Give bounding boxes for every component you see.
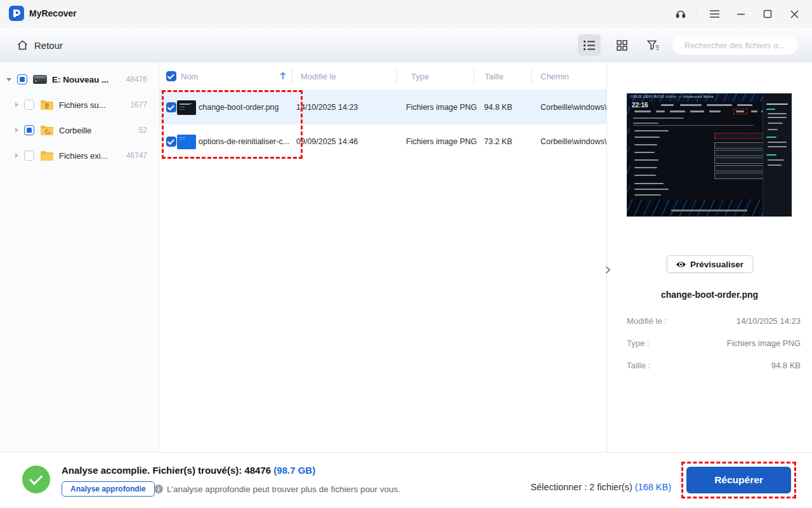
file-name: change-boot-order.png: [199, 90, 278, 124]
preview-image[interactable]: /ISUS UEFI BIOS Utility — Advanced Mode …: [627, 93, 792, 217]
file-type: Fichiers image PNG: [406, 124, 477, 159]
selection-summary: Sélectionner : 2 fichier(s) (168 KB): [530, 482, 671, 492]
sidebar-item-drive-e[interactable]: E: Nouveau ... 48476: [0, 70, 160, 89]
file-modified: 09/09/2025 14:46: [296, 124, 358, 159]
recycle-bin-checkbox[interactable]: [24, 125, 34, 135]
file-size: 94.8 KB: [484, 90, 512, 124]
column-divider: [396, 69, 397, 84]
table-row[interactable]: options-de-reinitialiser-c... 09/09/2025…: [160, 124, 606, 159]
deleted-files-checkbox[interactable]: [24, 100, 34, 110]
preview-button[interactable]: Prévisualiser: [666, 255, 753, 273]
title-bar: MyRecover: [0, 0, 812, 28]
deep-scan-hint: L'analyse approfondie peut trouver plus …: [167, 485, 400, 494]
close-button[interactable]: [783, 3, 806, 25]
support-headset-icon[interactable]: [669, 3, 692, 25]
search-input[interactable]: [684, 41, 796, 50]
column-header-name[interactable]: Nom: [181, 62, 198, 90]
file-size: 73.2 KB: [484, 124, 512, 159]
grid-view-button[interactable]: [610, 34, 633, 56]
app-brand: MyRecover: [9, 6, 77, 21]
info-icon: [154, 485, 163, 493]
file-thumbnail: [177, 135, 196, 149]
sidebar-item-label: E: Nouveau ...: [52, 75, 108, 84]
column-header-type[interactable]: Type: [411, 62, 429, 90]
list-view-button[interactable]: [578, 34, 601, 56]
sidebar-item-existing-files[interactable]: Fichiers exi... 46747: [0, 146, 160, 165]
detail-value: 94.8 KB: [771, 361, 801, 370]
column-divider: [292, 69, 292, 84]
sidebar-item-label: Corbeille: [59, 126, 91, 135]
column-divider: [531, 69, 532, 84]
column-header-size[interactable]: Taille: [485, 62, 504, 90]
list-view-icon: [584, 41, 595, 50]
back-button[interactable]: Retour: [16, 35, 63, 55]
table-row[interactable]: change-boot-order.png 14/10/2025 14:23 F…: [160, 90, 606, 124]
preview-panel: /ISUS UEFI BIOS Utility — Advanced Mode …: [607, 62, 812, 452]
sort-ascending-icon[interactable]: [279, 71, 287, 81]
detail-row-size: Taille : 94.8 KB: [627, 361, 801, 372]
item-count: 1677: [130, 100, 147, 109]
expander-right-icon[interactable]: [15, 102, 18, 107]
existing-files-checkbox[interactable]: [24, 150, 34, 161]
home-icon: [16, 39, 29, 51]
scan-status: Analyse accomplie. Fichier(s) trouvé(s):…: [62, 465, 315, 476]
eye-icon: [676, 260, 686, 269]
folder-recycle-icon: [40, 125, 54, 136]
app-window: MyRecover: [0, 0, 812, 508]
scan-status-text: Analyse accomplie. Fichier(s) trouvé(s):…: [62, 465, 271, 476]
toolbar: Retour: [0, 28, 812, 62]
controls-divider: [697, 10, 698, 18]
select-all-checkbox[interactable]: [166, 71, 176, 81]
detail-label: Taille :: [627, 361, 650, 370]
drive-icon: [33, 75, 47, 84]
file-thumbnail: [177, 100, 196, 115]
content-area: E: Nouveau ... 48476 Fichiers: [0, 62, 812, 452]
minimize-button[interactable]: [730, 3, 752, 25]
detail-value: Fichiers image PNG: [727, 338, 801, 348]
preview-footer-bar: [671, 210, 747, 211]
sidebar-item-recycle-bin[interactable]: Corbeille 52: [0, 121, 160, 140]
expander-right-icon[interactable]: [15, 128, 18, 133]
app-title: MyRecover: [29, 8, 77, 18]
item-count: 48476: [126, 75, 147, 84]
grid-view-icon: [617, 40, 627, 51]
footer-bar: Analyse accomplie. Fichier(s) trouvé(s):…: [0, 452, 812, 508]
menu-hamburger-icon[interactable]: [703, 3, 726, 25]
column-header-path[interactable]: Chemin: [540, 62, 569, 90]
selection-size: (168 KB): [635, 482, 671, 492]
file-path: Corbeille\windows\: [540, 124, 606, 159]
deep-scan-label: Analyse approfondie: [70, 485, 146, 493]
preview-bios-header-text: /ISUS UEFI BIOS Utility — Advanced Mode: [631, 95, 714, 98]
scan-status-size: (98.7 GB): [273, 465, 315, 476]
selection-text: Sélectionner : 2 fichier(s): [530, 482, 632, 492]
folder-icon: [40, 150, 54, 161]
file-path: Corbeille\windows\: [540, 90, 606, 124]
expander-down-icon[interactable]: [6, 78, 11, 81]
file-type: Fichiers image PNG: [406, 90, 477, 124]
column-header-modified[interactable]: Modifié le: [301, 62, 336, 90]
sidebar-item-label: Fichiers su...: [59, 100, 106, 110]
filter-button[interactable]: [642, 34, 665, 56]
recover-button[interactable]: Récupérer: [686, 467, 791, 493]
row-checkbox[interactable]: [166, 137, 176, 147]
detail-row-modified: Modifié le : 14/10/2025 14:23: [627, 316, 801, 328]
file-table: Nom Modifié le Type Taille Chemin change…: [160, 62, 606, 452]
collapse-panel-chevron-icon[interactable]: [605, 265, 611, 277]
sidebar-item-deleted-files[interactable]: Fichiers su... 1677: [0, 95, 160, 114]
item-count: 46747: [126, 151, 147, 160]
deep-scan-button[interactable]: Analyse approfondie: [62, 481, 155, 497]
window-controls: [669, 0, 806, 28]
expander-right-icon[interactable]: [15, 153, 18, 158]
preview-bios-time: 22:16: [632, 102, 648, 109]
column-divider: [474, 69, 475, 84]
maximize-button[interactable]: [756, 3, 779, 25]
detail-label: Type :: [627, 338, 649, 348]
scan-complete-check-icon: [22, 465, 50, 493]
row-checkbox[interactable]: [166, 102, 176, 112]
filter-icon: [647, 40, 660, 51]
drive-e-checkbox[interactable]: [17, 74, 27, 84]
detail-row-type: Type : Fichiers image PNG: [627, 338, 801, 350]
file-modified: 14/10/2025 14:23: [296, 90, 358, 124]
back-label: Retour: [34, 40, 63, 51]
item-count: 52: [139, 126, 147, 135]
